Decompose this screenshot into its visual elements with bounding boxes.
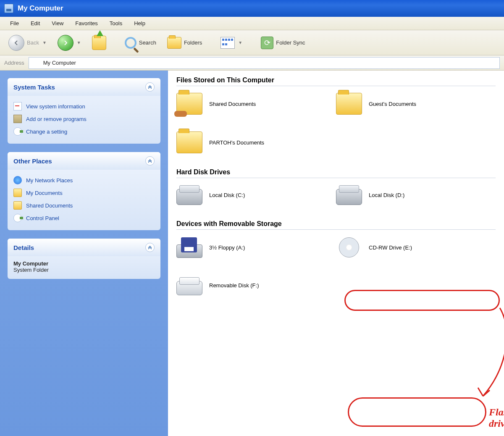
- back-label: Back: [27, 39, 39, 46]
- collapse-icon[interactable]: [145, 82, 155, 92]
- place-control-panel[interactable]: Control Panel: [13, 212, 155, 224]
- item-label: Shared Documents: [209, 101, 256, 107]
- cd-drive-icon: [336, 236, 362, 258]
- address-value: My Computer: [43, 60, 76, 66]
- address-label: Address: [4, 60, 24, 66]
- group-heading-removable: Devices with Removable Storage: [176, 220, 496, 230]
- body: System Tasks View system information Add…: [0, 71, 504, 436]
- place-network[interactable]: My Network Places: [13, 174, 155, 186]
- place-label: My Network Places: [26, 177, 73, 184]
- chevron-down-icon: ▼: [238, 40, 242, 45]
- panel-title: System Tasks: [13, 84, 55, 91]
- shared-folder-icon: [176, 93, 202, 115]
- item-label: Local Disk (C:): [209, 192, 245, 198]
- menu-tools[interactable]: Tools: [104, 18, 128, 28]
- views-button[interactable]: ▼: [217, 35, 246, 50]
- item-removable-f[interactable]: Removable Disk (F:): [176, 275, 311, 295]
- folder-icon: [336, 93, 362, 115]
- folder-icon: [176, 131, 202, 153]
- panel-header[interactable]: System Tasks: [8, 78, 160, 96]
- place-label: Shared Documents: [26, 202, 73, 209]
- task-label: Change a setting: [26, 129, 67, 135]
- task-label: Add or remove programs: [26, 116, 87, 122]
- annotation-text: Flash drive: [489, 407, 504, 429]
- titlebar: My Computer: [0, 0, 504, 17]
- place-label: Control Panel: [26, 215, 59, 221]
- panel-title: Other Places: [13, 158, 52, 165]
- my-computer-icon: [4, 4, 13, 13]
- content-pane: Files Stored on This Computer Shared Doc…: [168, 71, 504, 436]
- back-arrow-icon: [8, 35, 24, 51]
- menu-help[interactable]: Help: [128, 18, 151, 28]
- annotation-circle-removable: [348, 397, 486, 427]
- chevron-down-icon: ▼: [42, 40, 47, 45]
- group-heading-files: Files Stored on This Computer: [176, 76, 496, 86]
- panel-header[interactable]: Other Places: [8, 152, 160, 170]
- box-icon: [13, 115, 22, 123]
- item-label: 3½ Floppy (A:): [209, 244, 245, 251]
- menu-file[interactable]: File: [4, 18, 25, 28]
- item-label: Guest's Documents: [369, 101, 416, 107]
- sync-icon: ⟳: [261, 37, 273, 49]
- detail-title: My Computer: [13, 260, 155, 267]
- folders-icon: [167, 37, 181, 49]
- folder-sync-button[interactable]: ⟳ Folder Sync: [257, 35, 308, 51]
- hard-disk-icon: [336, 189, 362, 205]
- place-label: My Documents: [26, 190, 63, 196]
- item-local-disk-c[interactable]: Local Disk (C:): [176, 185, 311, 205]
- item-cd-rw-e[interactable]: CD-RW Drive (E:): [336, 236, 470, 258]
- address-field[interactable]: My Computer: [29, 57, 500, 69]
- removable-disk-icon: [176, 281, 202, 295]
- panel-other-places: Other Places My Network Places My Docume…: [8, 152, 160, 230]
- document-icon: [13, 102, 22, 110]
- menu-favorites[interactable]: Favorites: [69, 18, 103, 28]
- folders-label: Folders: [184, 39, 202, 46]
- panel-details: Details My Computer System Folder: [8, 239, 160, 279]
- network-icon: [13, 176, 22, 184]
- window-title: My Computer: [18, 4, 63, 13]
- folder-up-icon: [92, 36, 106, 50]
- folders-button[interactable]: Folders: [164, 35, 205, 50]
- search-button[interactable]: Search: [121, 35, 160, 50]
- folder-sync-label: Folder Sync: [276, 39, 305, 46]
- menu-edit[interactable]: Edit: [25, 18, 46, 28]
- item-label: Removable Disk (F:): [209, 282, 259, 289]
- panel-header[interactable]: Details: [8, 239, 160, 256]
- panel-title: Details: [13, 244, 34, 251]
- gear-icon: [13, 214, 22, 222]
- detail-subtitle: System Folder: [13, 267, 155, 273]
- item-partoh-documents[interactable]: PARTOH's Documents: [176, 131, 311, 153]
- forward-arrow-icon: [58, 35, 74, 51]
- panel-system-tasks: System Tasks View system information Add…: [8, 78, 160, 144]
- address-bar: Address My Computer: [0, 55, 504, 71]
- toolbar: Back ▼ ▼ Search Folders ▼ ⟳ Folder Sync: [0, 30, 504, 55]
- item-label: Local Disk (D:): [369, 192, 404, 198]
- place-shared-documents[interactable]: Shared Documents: [13, 199, 155, 212]
- folder-icon: [13, 201, 22, 210]
- chevron-down-icon: ▼: [77, 40, 81, 45]
- forward-button[interactable]: ▼: [54, 33, 84, 53]
- item-floppy-a[interactable]: 3½ Floppy (A:): [176, 236, 311, 258]
- side-pane: System Tasks View system information Add…: [0, 71, 168, 436]
- item-shared-documents[interactable]: Shared Documents: [176, 93, 311, 115]
- collapse-icon[interactable]: [145, 243, 155, 252]
- task-change-setting[interactable]: Change a setting: [13, 125, 155, 138]
- task-view-system-info[interactable]: View system information: [13, 100, 155, 113]
- up-button[interactable]: [89, 34, 110, 52]
- item-guest-documents[interactable]: Guest's Documents: [336, 93, 470, 115]
- folder-icon: [13, 189, 22, 197]
- gear-icon: [13, 127, 22, 136]
- item-local-disk-d[interactable]: Local Disk (D:): [336, 185, 470, 205]
- back-button[interactable]: Back ▼: [5, 33, 50, 53]
- floppy-drive-icon: [176, 244, 202, 258]
- search-label: Search: [139, 39, 156, 46]
- menu-view[interactable]: View: [46, 18, 69, 28]
- search-icon: [125, 37, 136, 49]
- collapse-icon[interactable]: [145, 156, 155, 165]
- views-icon: [220, 37, 235, 49]
- my-computer-icon: [32, 59, 40, 67]
- hard-disk-icon: [176, 189, 202, 205]
- task-add-remove-programs[interactable]: Add or remove programs: [13, 113, 155, 125]
- annotation-arrow: [462, 304, 504, 404]
- place-my-documents[interactable]: My Documents: [13, 186, 155, 199]
